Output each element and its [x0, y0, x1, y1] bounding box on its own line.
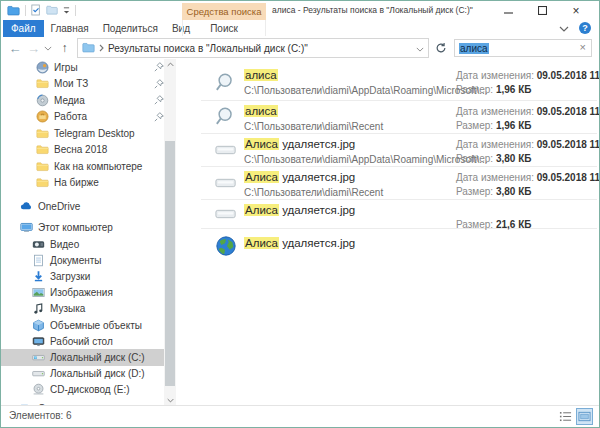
- properties-icon[interactable]: [31, 4, 41, 16]
- sidebar-item-label: Медиа: [54, 95, 85, 106]
- result-row[interactable]: алисаC:\Пользователи\diami\RecentДата из…: [201, 101, 597, 134]
- result-row[interactable]: Алиса удаляется.jpgРазмер: 21,6 КБ: [201, 200, 597, 229]
- folder-icon: [35, 159, 49, 173]
- folder-icon: [35, 126, 49, 140]
- search-clear-icon[interactable]: ×: [580, 41, 586, 53]
- tab-home[interactable]: Главная: [44, 20, 96, 37]
- qat-customize-icon[interactable]: [63, 6, 70, 14]
- work-icon: [35, 110, 49, 124]
- image-file-icon: [213, 134, 239, 166]
- sidebar-item-label: Игры: [54, 62, 78, 73]
- match-highlight: Алиса: [244, 237, 279, 249]
- sidebar-scrollbar[interactable]: [164, 59, 176, 406]
- match-highlight: Алиса: [244, 171, 279, 183]
- cube-icon: [31, 318, 45, 332]
- sidebar-item[interactable]: Локальный диск (C:): [1, 349, 164, 365]
- up-button[interactable]: ↑: [54, 38, 75, 58]
- sidebar-item-label: CD-дисковод (E:): [50, 384, 130, 395]
- sidebar-item-label: Музыка: [50, 303, 85, 314]
- navigation-bar: ← → ↑ Результаты поиска в "Локальный дис…: [1, 37, 599, 59]
- result-path: C:\Пользователи\diami\Recent: [244, 121, 383, 132]
- tab-search[interactable]: Поиск: [182, 20, 266, 36]
- match-highlight: алиса: [244, 69, 278, 81]
- result-name-rest: удаляется.jpg: [279, 171, 355, 183]
- result-name-rest: удаляется.jpg: [279, 138, 355, 150]
- result-size: Размер: 1,96 КБ: [456, 84, 531, 95]
- window-title: алиса - Результаты поиска в "Локальный д…: [272, 5, 473, 15]
- forward-button[interactable]: →: [25, 38, 42, 58]
- result-path: C:\Пользователи\diami\AppData\Roaming\Mi…: [244, 85, 488, 96]
- result-size: Размер: 1,96 КБ: [456, 120, 531, 131]
- new-folder-icon[interactable]: [46, 5, 58, 15]
- quick-access-toolbar: [7, 4, 76, 16]
- result-name: Алиса удаляется.jpg: [244, 204, 355, 216]
- result-row[interactable]: Алиса удаляется.jpgC:\Пользователи\diami…: [201, 134, 597, 167]
- cloud-icon: [19, 199, 33, 213]
- sidebar-item-label: Документы: [50, 255, 102, 266]
- breadcrumb[interactable]: Результаты поиска в "Локальный диск (C:)…: [108, 43, 308, 54]
- toolbar-separator: [25, 5, 26, 16]
- address-dropdown-icon[interactable]: [416, 43, 424, 54]
- result-name-rest: удаляется.jpg: [279, 204, 355, 216]
- image-file-icon: [213, 167, 239, 199]
- music-icon: [31, 302, 45, 316]
- scrollbar-thumb[interactable]: [165, 141, 175, 386]
- tab-share[interactable]: Поделиться: [96, 20, 165, 37]
- pin-icon: [154, 112, 164, 122]
- result-row[interactable]: Алиса удаляется.jpgC:\Пользователи\diami…: [201, 167, 597, 200]
- scroll-up-icon[interactable]: [164, 59, 176, 70]
- tab-file[interactable]: Файл: [3, 20, 44, 37]
- ribbon-tabs: Файл Главная Поделиться Вид Поиск ?: [1, 20, 599, 38]
- result-date: Дата изменения: 09.05.2018 11:28: [456, 139, 599, 150]
- result-name: алиса: [244, 69, 278, 81]
- pictures-icon: [31, 286, 45, 300]
- globe-icon: [213, 229, 239, 263]
- result-name: Алиса удаляется.jpg: [244, 237, 355, 249]
- image-file-icon: [213, 200, 239, 228]
- sidebar-item-label: Локальный диск (C:): [50, 352, 145, 363]
- breadcrumb-chevron-icon[interactable]: [99, 43, 104, 54]
- back-button[interactable]: ←: [5, 38, 25, 58]
- sidebar-item-label: Объемные объекты: [50, 320, 142, 331]
- sidebar-item-label: На бирже: [54, 177, 99, 188]
- navigation-pane: ИгрыМои ТЗМедиаРаботаTelegram DesktopВес…: [1, 59, 201, 406]
- match-highlight: Алиса: [244, 204, 279, 216]
- result-path: C:\Пользователи\diami\Recent: [244, 187, 383, 198]
- details-view-icon[interactable]: [558, 409, 573, 424]
- result-size: Размер: 3,80 КБ: [456, 153, 531, 164]
- result-name: Алиса удаляется.jpg: [244, 138, 355, 150]
- result-name: Алиса удаляется.jpg: [244, 171, 355, 183]
- minimize-button[interactable]: [491, 1, 525, 20]
- result-date: Дата изменения: 09.05.2018 11:28: [456, 106, 599, 117]
- folder-icon: [35, 143, 49, 157]
- recent-locations-icon[interactable]: [42, 38, 54, 58]
- sidebar-item-label: Мои ТЗ: [54, 78, 88, 89]
- sidebar-item-label: Весна 2018: [54, 144, 107, 155]
- result-row[interactable]: Алиса удаляется.jpg: [201, 229, 597, 263]
- refresh-icon[interactable]: [431, 39, 451, 57]
- result-row[interactable]: алисаC:\Пользователи\diami\AppData\Roami…: [201, 65, 597, 101]
- search-value: алиса: [459, 43, 489, 54]
- close-button[interactable]: ×: [559, 1, 593, 20]
- items-count: Элементов: 6: [9, 410, 72, 421]
- match-highlight: алиса: [244, 105, 278, 117]
- maximize-button[interactable]: [525, 1, 559, 20]
- sidebar-item-label: OneDrive: [38, 201, 80, 212]
- drive-windows-icon: [31, 350, 45, 364]
- ribbon-collapse-icon[interactable]: [559, 23, 569, 34]
- sidebar-item-label: Загрузки: [50, 271, 90, 282]
- address-bar[interactable]: Результаты поиска в "Локальный диск (C:)…: [77, 38, 429, 58]
- result-date: Дата изменения: 09.05.2018 11:28: [456, 70, 599, 81]
- help-icon[interactable]: ?: [579, 22, 591, 34]
- result-date: Дата изменения: 09.05.2018 11:28: [456, 172, 599, 183]
- sidebar-item-label: Как на компьютере: [54, 161, 142, 172]
- pin-icon: [154, 79, 164, 89]
- explorer-icon[interactable]: [7, 5, 20, 16]
- explorer-window: Средства поиска алиса - Результаты поиск…: [0, 0, 600, 428]
- thumbnails-view-icon[interactable]: [577, 409, 592, 424]
- search-input[interactable]: алиса ×: [454, 39, 592, 57]
- game-icon: [35, 60, 49, 74]
- pin-icon: [154, 62, 164, 72]
- video-icon: [31, 237, 45, 251]
- sidebar-item-label: Локальный диск (D:): [50, 368, 145, 379]
